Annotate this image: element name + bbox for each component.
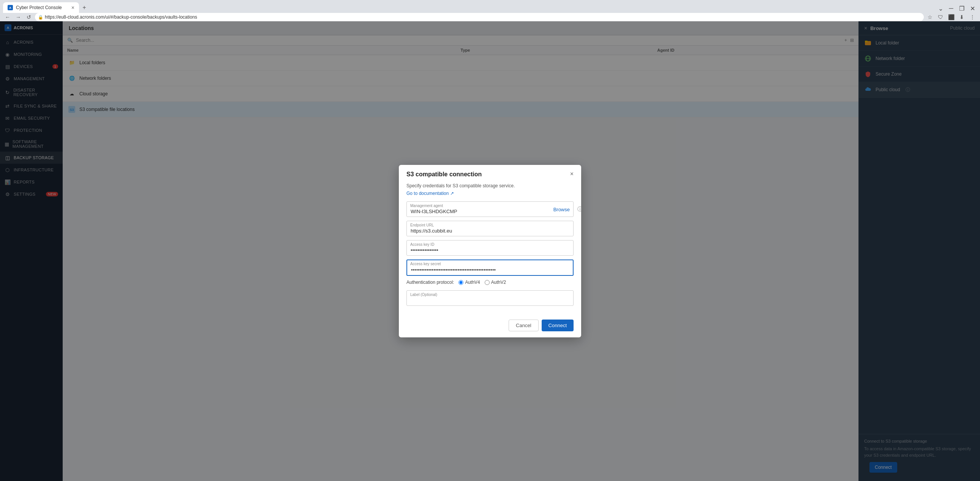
external-link-icon: ↗ [450,191,454,196]
extension-icon-3[interactable]: ⬇ [957,13,966,22]
access-key-secret-label: Access key secret [410,262,441,266]
management-agent-group: Management agent Browse ⓘ [406,201,574,217]
nav-back-button[interactable]: ← [3,13,12,22]
authv2-radio[interactable] [485,280,490,285]
cancel-button[interactable]: Cancel [509,320,538,331]
bookmark-star-icon[interactable]: ☆ [925,13,934,22]
tab-title: Cyber Protect Console [16,5,68,10]
nav-refresh-button[interactable]: ↺ [24,13,33,22]
management-agent-info-icon[interactable]: ⓘ [578,206,581,213]
authv4-radio-group[interactable]: AuthV4 [458,280,480,285]
extension-icon-1[interactable]: 🛡 [936,13,945,22]
auth-protocol-label: Authentication protocol: [406,280,454,285]
authv2-label: AuthV2 [491,280,506,285]
browser-menu-icon[interactable]: ⋮ [968,13,977,22]
tab-favicon: A [8,5,13,10]
doc-link-text: Go to documentation [406,191,449,196]
access-key-secret-group: Access key secret [406,260,574,276]
url-text: https://eu8-cloud.acronis.com/ui/#/backu… [45,14,921,20]
tab-close-button[interactable]: × [72,5,75,11]
label-field-label: Label (Optional) [410,293,437,297]
dialog-title: S3 compatible connection [406,171,482,178]
new-tab-button[interactable]: + [79,2,90,13]
authv4-label: AuthV4 [465,280,480,285]
browser-active-tab[interactable]: A Cyber Protect Console × [3,2,79,13]
dialog-close-button[interactable]: × [570,171,574,177]
window-dropdown-btn[interactable]: ⌄ [936,4,945,13]
management-agent-browse-button[interactable]: Browse [550,205,573,213]
management-agent-label: Management agent [410,204,443,208]
url-bar[interactable]: 🔒 https://eu8-cloud.acronis.com/ui/#/bac… [35,13,924,21]
browser-chrome: A Cyber Protect Console × + ⌄ ─ ❐ ✕ ← → … [0,0,980,21]
dialog-footer: Cancel Connect [399,316,581,338]
window-close-btn[interactable]: ✕ [968,4,977,13]
browser-tab-bar: A Cyber Protect Console × + ⌄ ─ ❐ ✕ [0,0,980,13]
dialog-subtitle: Specify credentials for S3 compatible st… [406,183,574,188]
endpoint-url-group: Endpoint URL [406,221,574,236]
access-key-id-group: Access key ID [406,240,574,256]
modal-overlay: S3 compatible connection × Specify crede… [0,21,980,481]
window-controls: ⌄ ─ ❐ ✕ [936,4,980,13]
dialog-header: S3 compatible connection × [399,165,581,182]
authv4-radio[interactable] [458,280,463,285]
connect-button[interactable]: Connect [542,320,574,331]
access-key-id-label: Access key ID [410,242,434,247]
nav-forward-button[interactable]: → [14,13,23,22]
doc-link[interactable]: Go to documentation ↗ [406,191,574,196]
window-restore-btn[interactable]: ❐ [957,4,966,13]
url-lock-icon: 🔒 [38,15,43,20]
auth-protocol-group: Authentication protocol: AuthV4 AuthV2 [406,280,574,285]
dialog-body: Specify credentials for S3 compatible st… [399,182,581,316]
endpoint-url-label: Endpoint URL [410,223,434,227]
extension-icon-2[interactable]: ⬛ [947,13,956,22]
authv2-radio-group[interactable]: AuthV2 [485,280,506,285]
window-minimize-btn[interactable]: ─ [947,4,956,13]
browser-address-bar: ← → ↺ 🔒 https://eu8-cloud.acronis.com/ui… [0,13,980,21]
s3-connection-dialog: S3 compatible connection × Specify crede… [399,165,581,338]
label-group: Label (Optional) [406,290,574,306]
browser-toolbar: ☆ 🛡 ⬛ ⬇ ⋮ [925,13,977,22]
